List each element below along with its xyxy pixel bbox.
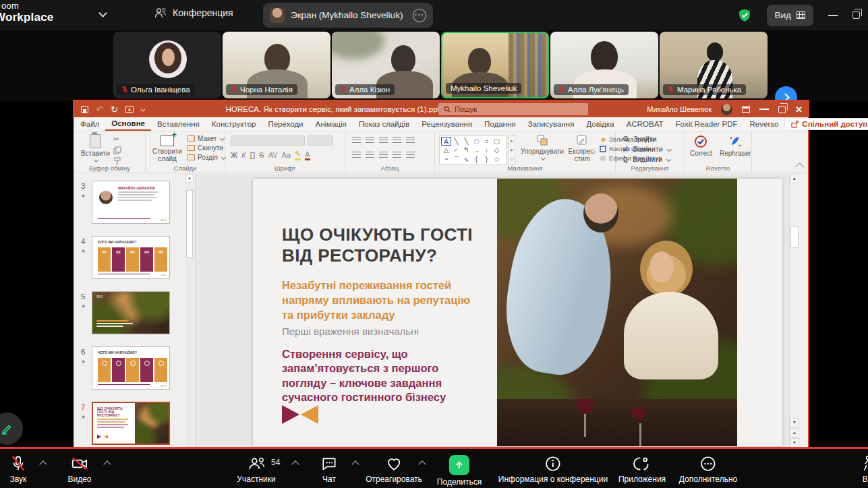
audio-button[interactable]: Звук: [9, 455, 27, 484]
select-button[interactable]: Виділити: [623, 155, 671, 163]
align-left-icon[interactable]: [352, 152, 361, 159]
next-slide-button[interactable]: ▼: [790, 438, 799, 448]
share-access-button[interactable]: Спільний доступ: [784, 118, 868, 130]
arrow-shape-icon[interactable]: ╲: [461, 137, 471, 146]
ppt-minimize-button[interactable]: [759, 109, 769, 110]
ppt-search-box[interactable]: Пошук: [438, 103, 588, 115]
participant-tile-mykhailo-active-speaker[interactable]: Mykhailo Sheveliuk: [441, 32, 549, 98]
bullets-icon[interactable]: [352, 137, 361, 144]
wave-shape-icon[interactable]: ∿: [461, 155, 471, 164]
line-shape-icon[interactable]: ╲: [451, 137, 461, 146]
character-spacing-button[interactable]: AV: [268, 151, 278, 159]
logo-dropdown-chevron-icon[interactable]: [98, 9, 107, 18]
quick-styles-button[interactable]: Експрес-стилі: [565, 134, 600, 162]
tab-conference[interactable]: Конференция: [154, 7, 233, 19]
highlight-color-button[interactable]: ✎: [295, 150, 301, 160]
reverso-correct-button[interactable]: Correct: [690, 135, 712, 157]
redo-icon[interactable]: ↻: [111, 104, 118, 115]
scroll-down-button[interactable]: ▼: [790, 418, 799, 427]
leave-button-partial[interactable]: Вы: [861, 455, 868, 484]
tab-view[interactable]: Подання: [478, 118, 521, 130]
cut-icon[interactable]: ✂: [113, 135, 121, 144]
down-arrow-shape-icon[interactable]: ↓: [482, 146, 492, 154]
tab-design[interactable]: Конструктор: [206, 118, 262, 130]
tab-animations[interactable]: Анімація: [310, 118, 353, 130]
tab-reverso[interactable]: Reverso: [744, 118, 785, 130]
collapse-ribbon-icon[interactable]: [795, 162, 804, 171]
scrollbar-thumb[interactable]: [790, 226, 799, 248]
scroll-up-button[interactable]: ▲: [790, 174, 799, 183]
scribble-shape-icon[interactable]: ~: [441, 155, 451, 164]
tab-insert[interactable]: Вставлення: [151, 118, 206, 130]
paste-button[interactable]: Вставити: [81, 134, 110, 162]
tab-acrobat[interactable]: ACROBAT: [620, 118, 670, 130]
textbox-shape-icon[interactable]: A: [441, 137, 451, 146]
oval-shape-icon[interactable]: ○: [482, 137, 492, 146]
chat-button[interactable]: Чат: [320, 455, 338, 484]
slide-thumbnail-5[interactable]: JPG: [92, 291, 170, 334]
rectangle-shape-icon[interactable]: □: [471, 137, 482, 146]
reverso-rephraser-button[interactable]: Rephraser: [720, 135, 751, 157]
brace-right-shape-icon[interactable]: }: [482, 155, 492, 164]
align-center-icon[interactable]: [366, 152, 374, 159]
line-spacing-icon[interactable]: [406, 137, 415, 144]
scroll-up-button[interactable]: ▲: [185, 174, 194, 183]
tab-transitions[interactable]: Переходи: [262, 118, 309, 130]
triangle-shape-icon[interactable]: △: [441, 146, 451, 154]
find-button[interactable]: Знайти: [623, 135, 671, 143]
ppt-restore-button[interactable]: [778, 106, 786, 113]
tab-shared-screen[interactable]: Экран (Mykhailo Sheveliuk) ···: [263, 3, 433, 28]
new-slide-button[interactable]: Створити слайд: [150, 135, 185, 162]
block-arrow-shape-icon[interactable]: →: [471, 146, 482, 154]
arc-shape-icon[interactable]: ⌒: [451, 155, 461, 164]
italic-button[interactable]: К: [241, 151, 245, 159]
apps-button[interactable]: Приложения: [618, 455, 666, 484]
tab-file[interactable]: Файл: [74, 118, 105, 130]
rounded-rect-shape-icon[interactable]: ▢: [492, 137, 502, 146]
react-button[interactable]: Отреагировать: [366, 455, 422, 484]
shapes-gallery-scroll[interactable]: ▴▾▿: [508, 135, 515, 165]
brace-left-shape-icon[interactable]: {: [471, 155, 482, 164]
save-icon[interactable]: [81, 106, 88, 113]
video-button[interactable]: Видео: [67, 455, 91, 484]
numbering-icon[interactable]: [366, 137, 374, 144]
audio-options-chevron-icon[interactable]: [39, 460, 47, 468]
slide-thumbnail-7-selected[interactable]: ЩО ОЧІКУЮТЬ ГОСТІ ВІД РЕСТОРАНУ?: [92, 402, 170, 445]
participant-tile-olga[interactable]: Ольга Іваніщева: [113, 32, 221, 98]
ppt-user-avatar[interactable]: [721, 104, 732, 115]
participant-tile-chorna[interactable]: Чорна Наталія: [223, 32, 330, 98]
bold-button[interactable]: Ж: [231, 151, 237, 159]
layout-button[interactable]: Макет: [187, 135, 225, 142]
share-screen-button[interactable]: Поделиться: [437, 455, 482, 487]
current-slide-canvas[interactable]: ЩО ОЧІКУЮТЬ ГОСТІ ВІД РЕСТОРАНУ? Незабут…: [253, 179, 782, 446]
security-shield-icon[interactable]: [737, 7, 752, 24]
font-color-button[interactable]: А: [305, 150, 310, 160]
columns-icon[interactable]: [406, 152, 415, 159]
slide-area-scrollbar[interactable]: ▲ ▼ ▲ ▼: [789, 174, 799, 448]
screen-tab-more-icon[interactable]: ···: [413, 9, 426, 22]
window-restore-button[interactable]: [852, 11, 860, 19]
qat-dropdown-icon[interactable]: [140, 107, 145, 112]
meeting-info-button[interactable]: Информация о конференции: [498, 455, 608, 484]
thumbnails-scrollbar[interactable]: ▲: [185, 174, 194, 448]
font-size-dropdown[interactable]: [308, 135, 333, 146]
justify-icon[interactable]: [393, 152, 401, 159]
participant-tile-maryna[interactable]: Марина Рябенька: [660, 32, 768, 98]
align-right-icon[interactable]: [379, 152, 388, 159]
underline-button[interactable]: П: [250, 151, 255, 159]
reset-button[interactable]: Скинути: [187, 144, 225, 152]
window-minimize-button[interactable]: [828, 15, 838, 16]
indent-increase-icon[interactable]: [393, 137, 401, 144]
strikethrough-button[interactable]: S: [259, 151, 264, 159]
ppt-close-button[interactable]: ✕: [795, 104, 803, 115]
slide-thumbnail-4[interactable]: КОГО МИ НАВЧАЄМО? 01 02 03 04 05 JPG: [92, 236, 170, 279]
slide-thumbnail-6[interactable]: ЧОГО МИ НАВЧАЄМО? JPG: [92, 346, 170, 390]
font-name-dropdown[interactable]: [231, 135, 305, 146]
participants-options-chevron-icon[interactable]: [291, 460, 299, 468]
participant-tile-kizyun[interactable]: Алла Кізюн: [332, 32, 440, 98]
more-button[interactable]: Дополнительно: [679, 455, 737, 484]
indent-decrease-icon[interactable]: [379, 137, 388, 144]
elbow-shape-icon[interactable]: ⌐: [451, 146, 461, 154]
replace-button[interactable]: abЗамінити: [623, 145, 671, 153]
ribbon-display-options-icon[interactable]: [742, 106, 750, 113]
